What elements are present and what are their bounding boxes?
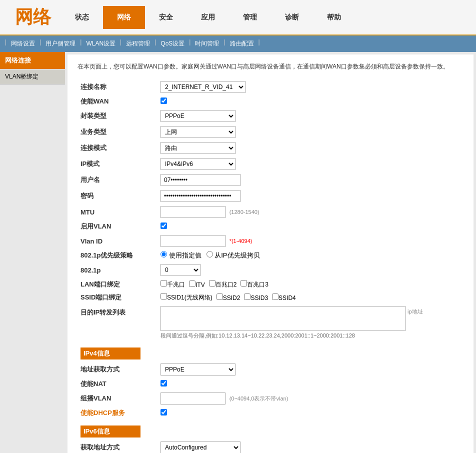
sub-nav-separator: | [5,38,6,49]
dest-ip-textarea[interactable] [160,306,406,331]
sub-nav-routing[interactable]: 路由配置 [228,38,256,49]
sidebar-item-vlan[interactable]: VLAN桥绑定 [0,70,65,84]
enable-nat-checkbox[interactable] [160,380,167,386]
sub-nav-qos[interactable]: QoS设置 [158,38,186,49]
lan-port-gige[interactable]: 千兆口 [160,280,185,289]
ssid1-checkbox[interactable] [160,293,167,300]
lan-port-itv[interactable]: ITV [189,280,205,288]
qos-policy-label: 802.1p优先级策略 [78,249,158,262]
ipv6-addr-mode-label: 获取地址方式 [78,440,158,453]
group-vlan-ipv4-input[interactable] [160,392,226,404]
enable-wan-label: 使能WAN [78,95,158,108]
content-area: 网络连接 VLAN桥绑定 在本页面上，您可以配置WAN口参数。家庭网关通过WAN… [0,52,476,453]
service-type-label: 业务类型 [78,124,158,140]
nav-security[interactable]: 安全 [145,6,187,29]
form-table: 连接名称 2_INTERNET_R_VID_41 使能WAN 封装类型 PPPo… [78,79,464,453]
sub-nav-user-manage[interactable]: 用户侧管理 [44,38,78,49]
qos-radio-specified[interactable] [160,251,167,258]
lan-gige-checkbox[interactable] [160,280,167,286]
vlan-id-hint: *(1-4094) [230,238,252,244]
username-input[interactable] [160,174,240,186]
ssid4-checkbox[interactable] [272,294,278,300]
connection-name-select[interactable]: 2_INTERNET_R_VID_41 [160,81,246,93]
nav-network[interactable]: 网络 [103,6,145,29]
username-label: 用户名 [78,172,158,188]
ssid-port-3[interactable]: SSID3 [244,294,268,302]
ip-mode-label: IP模式 [78,156,158,172]
password-input[interactable] [160,190,240,202]
nav-help[interactable]: 帮助 [313,6,355,29]
ssid-port-2[interactable]: SSID2 [216,294,240,302]
encap-type-select[interactable]: PPPoE [160,110,236,122]
sidebar: 网络连接 VLAN桥绑定 [0,52,65,453]
vlan-id-input[interactable]: 41 [160,235,226,247]
encap-type-label: 封装类型 [78,108,158,124]
enable-dhcp-checkbox[interactable] [160,409,167,416]
dot1p-label: 802.1p [78,262,158,278]
dest-ip-example: 段间通过逗号分隔,例如:10.12.13.14~10.22.23.24,2000… [160,332,460,340]
addr-mode-select[interactable]: PPPoE [160,364,236,376]
page-description: 在本页面上，您可以配置WAN口参数。家庭网关通过WAN口与高层网络设备通信，在通… [78,62,464,72]
group-vlan-ipv4-hint: (0~4094,0表示不带vlan) [230,396,288,402]
enable-vlan-checkbox[interactable] [160,222,167,229]
mtu-label: MTU [78,204,158,220]
qos-radio-ip[interactable] [206,251,213,258]
dot1p-select[interactable]: 0 [160,264,200,276]
lan-bind-label: LAN端口绑定 [78,278,158,291]
sidebar-section-network: 网络连接 [0,52,65,69]
group-vlan-ipv4-label: 组播VLAN [78,390,158,406]
ssid-port-4[interactable]: SSID4 [272,294,296,302]
ip-mode-select[interactable]: IPv4&IPv6 [160,158,236,170]
dest-ip-label: 目的IP转发列表 [78,304,158,342]
service-type-select[interactable]: 上网 [160,126,236,138]
qos-radio-group: 使用指定值 从IP优先级拷贝 [160,251,460,260]
main-nav: 状态 网络 安全 应用 管理 诊断 帮助 [61,6,476,29]
lan-100m2-checkbox[interactable] [209,280,216,286]
nav-manage[interactable]: 管理 [229,6,271,29]
connection-mode-select[interactable]: 路由 [160,142,236,154]
mtu-hint: (1280-1540) [230,209,260,215]
ipv6-addr-mode-select[interactable]: AutoConfigured [160,442,240,453]
nav-diag[interactable]: 诊断 [271,6,313,29]
lan-itv-checkbox[interactable] [189,280,196,287]
addr-mode-label: 地址获取方式 [78,362,158,378]
lan-port-100m2[interactable]: 百兆口2 [209,280,237,289]
enable-dhcp-label: 使能DHCP服务 [78,406,158,420]
logo: 网络 [5,0,61,34]
sub-nav-time[interactable]: 时间管理 [193,38,221,49]
header: 网络 状态 网络 安全 应用 管理 诊断 帮助 [0,0,476,36]
connection-mode-label: 连接模式 [78,140,158,156]
sub-nav-remote[interactable]: 远程管理 [124,38,152,49]
enable-wan-checkbox[interactable] [160,98,167,104]
sub-nav: | 网络设置 | 用户侧管理 | WLAN设置 | 远程管理 | QoS设置 |… [0,36,476,52]
qos-option2-label[interactable]: 从IP优先级拷贝 [206,251,260,260]
ssid-ports-group: SSID1(无线网络) SSID2 SSID3 SSID4 [160,293,460,302]
lan-100m3-checkbox[interactable] [240,280,247,286]
mtu-input[interactable]: 1492 [160,206,226,218]
ssid3-checkbox[interactable] [244,294,250,300]
nav-status[interactable]: 状态 [61,6,103,29]
ipv4-section-header: IPv4信息 [80,348,140,360]
vlan-id-label: Vlan ID [78,233,158,249]
ipv6-section-header: IPv6信息 [80,426,140,438]
sub-nav-network-settings[interactable]: 网络设置 [9,38,37,49]
sub-nav-wlan[interactable]: WLAN设置 [84,38,118,49]
ssid2-checkbox[interactable] [216,294,223,300]
connection-name-label: 连接名称 [78,79,158,95]
main-content: 在本页面上，您可以配置WAN口参数。家庭网关通过WAN口与高层网络设备通信，在通… [68,54,474,453]
password-label: 密码 [78,188,158,204]
enable-vlan-label: 启用VLAN [78,220,158,233]
lan-port-100m3[interactable]: 百兆口3 [240,280,268,289]
nav-apps[interactable]: 应用 [187,6,229,29]
ssid-port-1[interactable]: SSID1(无线网络) [160,293,212,302]
dest-ip-hint: ip地址 [408,308,423,316]
ssid-bind-label: SSID端口绑定 [78,291,158,304]
qos-option1-label[interactable]: 使用指定值 [160,251,202,260]
lan-ports-group: 千兆口 ITV 百兆口2 百兆口3 [160,280,460,289]
enable-nat-label: 使能NAT [78,378,158,390]
